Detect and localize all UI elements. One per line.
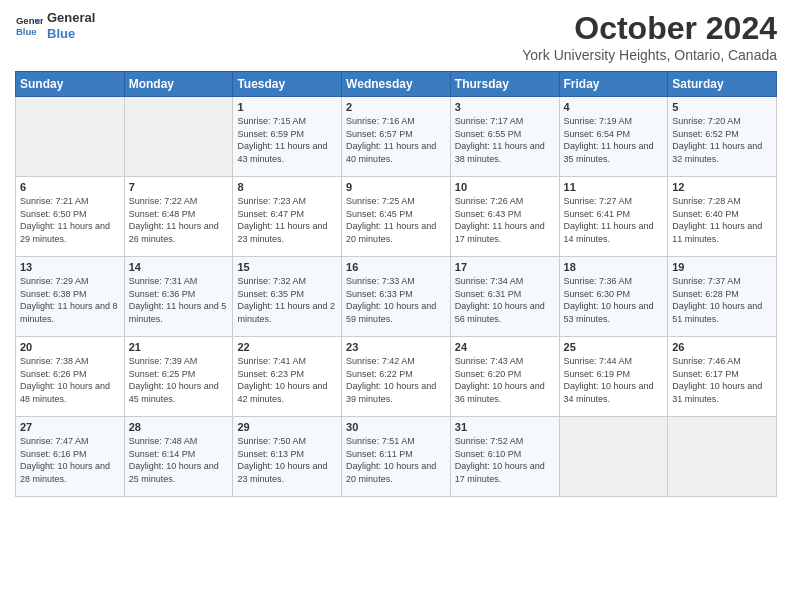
calendar-cell: 18Sunrise: 7:36 AM Sunset: 6:30 PM Dayli… — [559, 257, 668, 337]
day-detail: Sunrise: 7:22 AM Sunset: 6:48 PM Dayligh… — [129, 195, 229, 245]
calendar-cell: 25Sunrise: 7:44 AM Sunset: 6:19 PM Dayli… — [559, 337, 668, 417]
location-title: York University Heights, Ontario, Canada — [522, 47, 777, 63]
weekday-header-tuesday: Tuesday — [233, 72, 342, 97]
svg-text:Blue: Blue — [16, 25, 37, 36]
day-detail: Sunrise: 7:41 AM Sunset: 6:23 PM Dayligh… — [237, 355, 337, 405]
logo-icon: General Blue — [15, 12, 43, 40]
calendar-cell: 30Sunrise: 7:51 AM Sunset: 6:11 PM Dayli… — [342, 417, 451, 497]
calendar-week-row: 13Sunrise: 7:29 AM Sunset: 6:38 PM Dayli… — [16, 257, 777, 337]
day-number: 19 — [672, 261, 772, 273]
weekday-header-monday: Monday — [124, 72, 233, 97]
calendar-cell — [559, 417, 668, 497]
day-number: 18 — [564, 261, 664, 273]
day-detail: Sunrise: 7:36 AM Sunset: 6:30 PM Dayligh… — [564, 275, 664, 325]
day-detail: Sunrise: 7:21 AM Sunset: 6:50 PM Dayligh… — [20, 195, 120, 245]
calendar-cell: 5Sunrise: 7:20 AM Sunset: 6:52 PM Daylig… — [668, 97, 777, 177]
calendar-cell: 28Sunrise: 7:48 AM Sunset: 6:14 PM Dayli… — [124, 417, 233, 497]
logo-text: General Blue — [47, 10, 95, 41]
calendar-cell: 13Sunrise: 7:29 AM Sunset: 6:38 PM Dayli… — [16, 257, 125, 337]
calendar-cell: 16Sunrise: 7:33 AM Sunset: 6:33 PM Dayli… — [342, 257, 451, 337]
day-number: 29 — [237, 421, 337, 433]
calendar-cell: 7Sunrise: 7:22 AM Sunset: 6:48 PM Daylig… — [124, 177, 233, 257]
day-detail: Sunrise: 7:43 AM Sunset: 6:20 PM Dayligh… — [455, 355, 555, 405]
weekday-header-wednesday: Wednesday — [342, 72, 451, 97]
day-detail: Sunrise: 7:37 AM Sunset: 6:28 PM Dayligh… — [672, 275, 772, 325]
day-number: 13 — [20, 261, 120, 273]
day-detail: Sunrise: 7:48 AM Sunset: 6:14 PM Dayligh… — [129, 435, 229, 485]
calendar-cell: 21Sunrise: 7:39 AM Sunset: 6:25 PM Dayli… — [124, 337, 233, 417]
calendar-cell: 11Sunrise: 7:27 AM Sunset: 6:41 PM Dayli… — [559, 177, 668, 257]
calendar-body: 1Sunrise: 7:15 AM Sunset: 6:59 PM Daylig… — [16, 97, 777, 497]
day-detail: Sunrise: 7:38 AM Sunset: 6:26 PM Dayligh… — [20, 355, 120, 405]
day-number: 21 — [129, 341, 229, 353]
day-number: 24 — [455, 341, 555, 353]
day-number: 17 — [455, 261, 555, 273]
calendar-cell: 15Sunrise: 7:32 AM Sunset: 6:35 PM Dayli… — [233, 257, 342, 337]
calendar-cell: 19Sunrise: 7:37 AM Sunset: 6:28 PM Dayli… — [668, 257, 777, 337]
day-number: 16 — [346, 261, 446, 273]
calendar-cell: 22Sunrise: 7:41 AM Sunset: 6:23 PM Dayli… — [233, 337, 342, 417]
day-number: 2 — [346, 101, 446, 113]
day-number: 6 — [20, 181, 120, 193]
day-detail: Sunrise: 7:23 AM Sunset: 6:47 PM Dayligh… — [237, 195, 337, 245]
calendar-cell — [668, 417, 777, 497]
calendar-cell — [16, 97, 125, 177]
calendar-cell: 29Sunrise: 7:50 AM Sunset: 6:13 PM Dayli… — [233, 417, 342, 497]
weekday-header-row: SundayMondayTuesdayWednesdayThursdayFrid… — [16, 72, 777, 97]
day-number: 12 — [672, 181, 772, 193]
day-number: 7 — [129, 181, 229, 193]
weekday-header-sunday: Sunday — [16, 72, 125, 97]
calendar-cell — [124, 97, 233, 177]
day-number: 14 — [129, 261, 229, 273]
day-detail: Sunrise: 7:20 AM Sunset: 6:52 PM Dayligh… — [672, 115, 772, 165]
calendar-week-row: 27Sunrise: 7:47 AM Sunset: 6:16 PM Dayli… — [16, 417, 777, 497]
day-detail: Sunrise: 7:32 AM Sunset: 6:35 PM Dayligh… — [237, 275, 337, 325]
day-number: 9 — [346, 181, 446, 193]
day-detail: Sunrise: 7:26 AM Sunset: 6:43 PM Dayligh… — [455, 195, 555, 245]
day-detail: Sunrise: 7:34 AM Sunset: 6:31 PM Dayligh… — [455, 275, 555, 325]
day-detail: Sunrise: 7:33 AM Sunset: 6:33 PM Dayligh… — [346, 275, 446, 325]
day-number: 31 — [455, 421, 555, 433]
calendar-cell: 12Sunrise: 7:28 AM Sunset: 6:40 PM Dayli… — [668, 177, 777, 257]
day-number: 27 — [20, 421, 120, 433]
day-number: 22 — [237, 341, 337, 353]
day-detail: Sunrise: 7:50 AM Sunset: 6:13 PM Dayligh… — [237, 435, 337, 485]
weekday-header-friday: Friday — [559, 72, 668, 97]
month-title: October 2024 — [522, 10, 777, 47]
day-number: 4 — [564, 101, 664, 113]
day-detail: Sunrise: 7:46 AM Sunset: 6:17 PM Dayligh… — [672, 355, 772, 405]
calendar-cell: 27Sunrise: 7:47 AM Sunset: 6:16 PM Dayli… — [16, 417, 125, 497]
weekday-header-thursday: Thursday — [450, 72, 559, 97]
day-number: 11 — [564, 181, 664, 193]
title-block: October 2024 York University Heights, On… — [522, 10, 777, 63]
day-detail: Sunrise: 7:25 AM Sunset: 6:45 PM Dayligh… — [346, 195, 446, 245]
calendar-week-row: 20Sunrise: 7:38 AM Sunset: 6:26 PM Dayli… — [16, 337, 777, 417]
calendar-cell: 6Sunrise: 7:21 AM Sunset: 6:50 PM Daylig… — [16, 177, 125, 257]
calendar-cell: 31Sunrise: 7:52 AM Sunset: 6:10 PM Dayli… — [450, 417, 559, 497]
calendar-cell: 23Sunrise: 7:42 AM Sunset: 6:22 PM Dayli… — [342, 337, 451, 417]
calendar-week-row: 6Sunrise: 7:21 AM Sunset: 6:50 PM Daylig… — [16, 177, 777, 257]
day-detail: Sunrise: 7:51 AM Sunset: 6:11 PM Dayligh… — [346, 435, 446, 485]
day-number: 5 — [672, 101, 772, 113]
day-detail: Sunrise: 7:19 AM Sunset: 6:54 PM Dayligh… — [564, 115, 664, 165]
calendar-header: SundayMondayTuesdayWednesdayThursdayFrid… — [16, 72, 777, 97]
day-number: 20 — [20, 341, 120, 353]
calendar-table: SundayMondayTuesdayWednesdayThursdayFrid… — [15, 71, 777, 497]
day-detail: Sunrise: 7:16 AM Sunset: 6:57 PM Dayligh… — [346, 115, 446, 165]
calendar-cell: 4Sunrise: 7:19 AM Sunset: 6:54 PM Daylig… — [559, 97, 668, 177]
calendar-cell: 1Sunrise: 7:15 AM Sunset: 6:59 PM Daylig… — [233, 97, 342, 177]
day-number: 28 — [129, 421, 229, 433]
calendar-cell: 14Sunrise: 7:31 AM Sunset: 6:36 PM Dayli… — [124, 257, 233, 337]
day-number: 3 — [455, 101, 555, 113]
day-detail: Sunrise: 7:42 AM Sunset: 6:22 PM Dayligh… — [346, 355, 446, 405]
calendar-week-row: 1Sunrise: 7:15 AM Sunset: 6:59 PM Daylig… — [16, 97, 777, 177]
day-detail: Sunrise: 7:31 AM Sunset: 6:36 PM Dayligh… — [129, 275, 229, 325]
day-detail: Sunrise: 7:47 AM Sunset: 6:16 PM Dayligh… — [20, 435, 120, 485]
calendar-cell: 8Sunrise: 7:23 AM Sunset: 6:47 PM Daylig… — [233, 177, 342, 257]
day-number: 30 — [346, 421, 446, 433]
calendar-cell: 3Sunrise: 7:17 AM Sunset: 6:55 PM Daylig… — [450, 97, 559, 177]
page-header: General Blue General Blue October 2024 Y… — [15, 10, 777, 63]
day-detail: Sunrise: 7:39 AM Sunset: 6:25 PM Dayligh… — [129, 355, 229, 405]
weekday-header-saturday: Saturday — [668, 72, 777, 97]
day-number: 15 — [237, 261, 337, 273]
